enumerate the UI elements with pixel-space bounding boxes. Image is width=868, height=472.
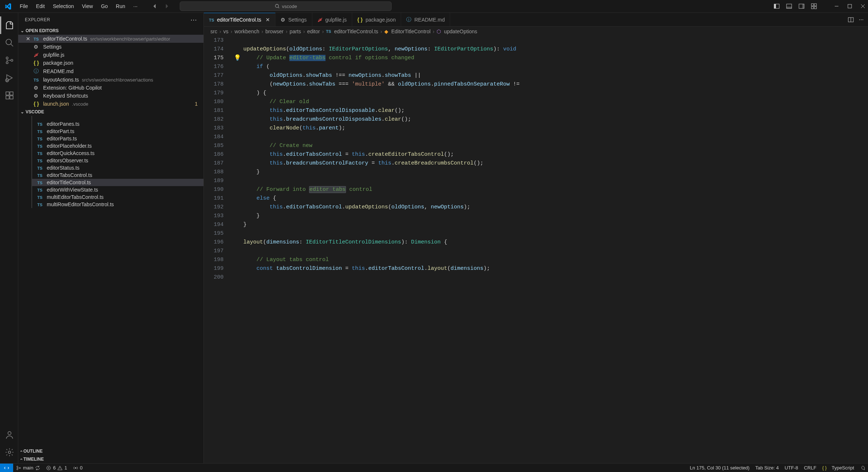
status-encoding[interactable]: UTF-8 [782,465,801,471]
status-branch[interactable]: main [13,465,43,471]
breadcrumb-item[interactable]: vs [223,29,228,34]
section-outline[interactable]: › OUTLINE [18,447,203,455]
code-line[interactable]: clearNode(this.parent); [230,124,868,133]
close-icon[interactable]: ✕ [25,36,31,42]
code-line[interactable]: ) { [230,89,868,98]
menu-run[interactable]: Run [112,2,129,11]
tree-item[interactable]: TSeditorPart.ts [31,128,203,135]
open-editor-item[interactable]: 🌶gulpfile.js [18,51,203,59]
open-editor-item[interactable]: ⚙Extension: GitHub Copilot [18,84,203,92]
minimize-icon[interactable] [834,4,839,8]
tree-item[interactable]: TSeditorTitleControl.ts [31,179,203,186]
toggle-secondary-sidebar-icon[interactable] [799,3,804,9]
breadcrumb-item[interactable]: workbench [235,29,259,34]
code-line[interactable] [230,36,868,45]
tree-item[interactable]: TSmultiEditorTabsControl.ts [31,193,203,201]
status-indent[interactable]: Tab Size: 4 [753,465,782,471]
tree-item[interactable]: TSeditorWithViewState.ts [31,186,203,193]
customize-layout-icon[interactable] [811,3,817,9]
section-workspace[interactable]: ⌄ VSCODE [18,108,203,116]
code-line[interactable]: this.editorTabsControl.updateOptions(old… [230,203,868,212]
status-cursor[interactable]: Ln 175, Col 30 (11 selected) [687,465,752,471]
remote-indicator-icon[interactable] [0,464,13,472]
command-center[interactable]: vscode [180,1,392,11]
tree-item[interactable] [31,116,203,120]
activity-extensions-icon[interactable] [0,87,18,104]
code-line[interactable] [230,133,868,141]
menu-view[interactable]: View [78,2,96,11]
code-line[interactable]: layout(dimensions: IEditorTitleControlDi… [230,238,868,247]
tree-item[interactable]: TSeditorStatus.ts [31,164,203,171]
breadcrumb-item[interactable]: editor [307,29,320,34]
more-actions-icon[interactable]: ⋯ [859,17,864,22]
code-content[interactable]: updateOptions(oldOptions: IEditorPartOpt… [230,36,868,463]
editor-tab[interactable]: ⚙Settings [275,13,312,26]
open-editor-item[interactable]: ⚙Keyboard Shortcuts [18,92,203,100]
code-line[interactable]: (newOptions.showTabs === 'multiple' && o… [230,80,868,89]
code-line[interactable]: this.editorTabsControlDisposable.clear()… [230,106,868,115]
status-feedback-icon[interactable] [857,465,868,471]
code-line[interactable]: // Clear old [230,98,868,106]
tree-item[interactable]: TSeditorParts.ts [31,135,203,142]
split-editor-icon[interactable] [848,17,854,23]
menu-go[interactable]: Go [97,2,111,11]
menu-edit[interactable]: Edit [33,2,49,11]
activity-search-icon[interactable] [0,34,18,52]
editor-tab[interactable]: TSeditorTitleControl.ts✕ [204,13,275,26]
open-editor-item[interactable]: ⓘREADME.md [18,67,203,76]
code-line[interactable]: } [230,220,868,229]
activity-accounts-icon[interactable] [0,426,18,443]
menu-more-icon[interactable]: ··· [130,2,141,11]
activity-settings-icon[interactable] [0,443,18,461]
code-editor[interactable]: 1731741751761771781791801811821831841851… [204,36,868,463]
menu-selection[interactable]: Selection [49,2,78,11]
section-timeline[interactable]: › TIMELINE [18,455,203,463]
status-eol[interactable]: CRLF [801,465,819,471]
breadcrumb-item[interactable]: ◆EditorTitleControl [384,29,431,34]
code-line[interactable]: // Layout tabs control [230,256,868,264]
breadcrumbs[interactable]: src›vs›workbench›browser›parts›editor›TS… [204,27,868,36]
status-language[interactable]: { } TypeScript [819,465,857,471]
nav-back-icon[interactable] [152,3,158,9]
toggle-primary-sidebar-icon[interactable] [774,3,780,9]
status-problems[interactable]: 6 1 [43,465,70,471]
tree-item[interactable]: TSeditorPanes.ts [31,120,203,128]
open-editor-item[interactable]: ✕TSeditorTitleControl.tssrc\vs\workbench… [18,35,203,43]
tree-item[interactable]: TSeditorsObserver.ts [31,157,203,164]
maximize-icon[interactable] [848,4,852,8]
code-line[interactable] [230,247,868,256]
code-line[interactable]: // Create new [230,141,868,150]
menu-file[interactable]: File [16,2,32,11]
editor-tab[interactable]: { }package.json [352,13,401,26]
code-line[interactable]: else { [230,194,868,203]
tree-item[interactable]: TSeditorQuickAccess.ts [31,150,203,157]
sidebar-more-icon[interactable]: ⋯ [190,16,197,24]
tree-item[interactable]: TSmultiRowEditorTabsControl.ts [31,201,203,208]
open-editor-item[interactable]: { }package.json [18,59,203,67]
lightbulb-icon[interactable]: 💡 [234,54,241,63]
code-line[interactable]: this.breadcrumbsControlFactory = this.cr… [230,159,868,168]
close-window-icon[interactable] [861,4,865,8]
editor-tab[interactable]: 🌶gulpfile.js [312,13,352,26]
open-editor-item[interactable]: TSlayoutActions.tssrc\vs\workbench\brows… [18,76,203,84]
code-line[interactable]: updateOptions(oldOptions: IEditorPartOpt… [230,45,868,54]
open-editor-item[interactable]: ⚙Settings [18,43,203,51]
section-open-editors[interactable]: ⌄ OPEN EDITORS [18,27,203,35]
code-line[interactable]: // Forward into editor tabs control [230,185,868,194]
code-line[interactable] [230,229,868,238]
code-line[interactable]: this.breadcrumbsControlDisposables.clear… [230,115,868,124]
breadcrumb-item[interactable]: ⬡updateOptions [437,29,477,34]
nav-forward-icon[interactable] [164,3,170,9]
editor-tab[interactable]: ⓘREADME.md [401,13,450,26]
toggle-panel-icon[interactable] [786,3,792,9]
code-line[interactable]: this.editorTabsControl = this.createEdit… [230,150,868,159]
code-line[interactable]: const tabsControlDimension = this.editor… [230,264,868,273]
tree-item[interactable]: TSeditorPlaceholder.ts [31,142,203,150]
activity-source-control-icon[interactable] [0,52,18,69]
code-line[interactable]: oldOptions.showTabs !== newOptions.showT… [230,71,868,80]
breadcrumb-item[interactable]: browser [265,29,283,34]
open-editor-item[interactable]: { }launch.json.vscode1 [18,100,203,108]
close-icon[interactable]: ✕ [266,17,270,23]
activity-debug-icon[interactable] [0,69,18,87]
status-ports[interactable]: 0 [70,465,85,471]
